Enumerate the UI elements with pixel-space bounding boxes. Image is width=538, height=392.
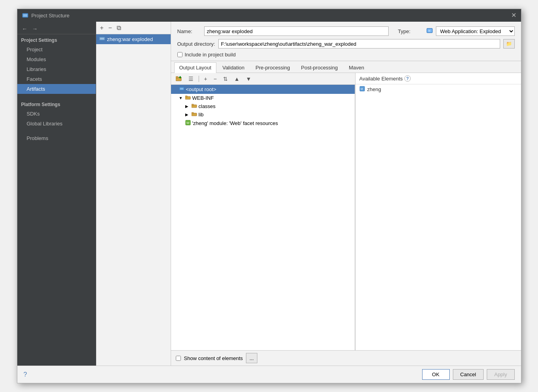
tab-pre-processing[interactable]: Pre-processing: [250, 62, 295, 73]
svg-rect-3: [100, 38, 104, 39]
nav-toolbar: ← →: [17, 23, 96, 34]
tree-item-output-root[interactable]: <output root>: [171, 85, 355, 94]
toolbar-separator: [199, 76, 199, 82]
back-button[interactable]: ←: [20, 25, 29, 33]
name-input[interactable]: [204, 26, 389, 36]
tree-item-web-inf[interactable]: ▼ WEB-INF: [171, 94, 355, 102]
show-content-checkbox[interactable]: [176, 356, 181, 361]
move-down-button[interactable]: ▼: [244, 75, 254, 83]
sidebar-item-sdks-label: SDKs: [27, 111, 40, 117]
available-item-zheng[interactable]: M zheng: [356, 84, 521, 94]
sidebar-item-project[interactable]: Project: [17, 45, 96, 54]
show-list-button[interactable]: ☰: [186, 75, 196, 83]
resource-icon: W: [185, 120, 191, 127]
tab-maven[interactable]: Maven: [344, 62, 369, 73]
add-icon: +: [100, 24, 104, 31]
up-arrow-icon: ▲: [234, 76, 240, 82]
artifact-add-button[interactable]: +: [99, 24, 105, 32]
sidebar-item-libraries[interactable]: Libraries: [17, 64, 96, 74]
sidebar-item-libraries-label: Libraries: [27, 66, 47, 72]
artifact-toolbar: + − ⧉: [96, 22, 171, 34]
output-root-icon: [179, 86, 184, 93]
folder-icon: [192, 112, 197, 118]
tree-item-lib[interactable]: ▶ lib: [171, 110, 355, 119]
main-split: ☰ + − ⇅ ▲: [171, 73, 521, 350]
apply-button[interactable]: Apply: [487, 369, 515, 380]
available-elements-label: Available Elements: [359, 76, 403, 82]
project-structure-dialog: Project Structure ✕ ← → Project Settings…: [17, 9, 521, 383]
type-select[interactable]: Web Application: Exploded: [436, 26, 515, 36]
list-icon: ☰: [188, 76, 194, 82]
layout-add-button[interactable]: +: [202, 75, 210, 83]
tree-item-output-root-label: <output root>: [186, 86, 216, 92]
close-button[interactable]: ✕: [511, 12, 516, 19]
artifact-remove-button[interactable]: −: [107, 24, 114, 32]
tree-item-zheng-resources[interactable]: W 'zheng' module: 'Web' facet resources: [171, 119, 355, 128]
create-dir-icon: [176, 76, 182, 82]
available-help-icon[interactable]: ?: [404, 75, 411, 82]
tabs-bar: Output Layout Validation Pre-processing …: [171, 61, 521, 73]
module-icon: M: [359, 86, 365, 93]
svg-rect-8: [176, 77, 178, 78]
expand-chevron: ▶: [185, 104, 190, 108]
artifact-item-label: zheng:war exploded: [107, 36, 153, 42]
sidebar-item-sdks[interactable]: SDKs: [17, 109, 96, 119]
svg-text:M: M: [361, 88, 363, 90]
sidebar-item-facets-label: Facets: [27, 76, 42, 82]
include-in-build-label: Include in project build: [185, 52, 236, 58]
tab-output-layout[interactable]: Output Layout: [174, 62, 217, 73]
layout-add-icon: +: [204, 76, 207, 82]
svg-text:W: W: [186, 121, 190, 125]
sort-button[interactable]: ⇅: [221, 75, 230, 83]
svg-rect-18: [192, 112, 194, 114]
sidebar-item-problems-label: Problems: [27, 135, 48, 141]
svg-rect-1: [23, 14, 27, 17]
browse-dir-button[interactable]: 📁: [503, 39, 515, 49]
folder-icon: [192, 103, 197, 109]
help-button[interactable]: ?: [24, 371, 27, 378]
svg-rect-12: [180, 88, 183, 90]
project-settings-label: Project Settings: [17, 34, 96, 45]
sidebar-item-global-libraries[interactable]: Global Libraries: [17, 119, 96, 129]
sidebar-item-modules[interactable]: Modules: [17, 54, 96, 64]
dialog-footer: ? OK Cancel Apply: [17, 366, 521, 383]
dialog-title: Project Structure: [32, 13, 70, 19]
tab-post-processing[interactable]: Post-processing: [296, 62, 343, 73]
artifact-list-area: + − ⧉ zheng:war exploded: [96, 22, 171, 366]
artifact-list-item[interactable]: zheng:war exploded: [96, 34, 171, 44]
tree-item-zheng-resources-label: 'zheng' module: 'Web' facet resources: [192, 120, 278, 126]
folder-browse-icon: 📁: [506, 41, 512, 47]
sidebar-item-artifacts[interactable]: Artifacts: [17, 84, 96, 94]
more-options-button[interactable]: ...: [246, 353, 257, 363]
layout-remove-icon: −: [214, 76, 217, 82]
available-item-zheng-label: zheng: [367, 86, 381, 92]
dialog-icon: [22, 12, 28, 19]
layout-remove-button[interactable]: −: [211, 75, 219, 83]
svg-rect-14: [185, 96, 187, 97]
ok-button[interactable]: OK: [422, 369, 450, 380]
sidebar-item-problems[interactable]: Problems: [17, 133, 96, 143]
layout-toolbar: ☰ + − ⇅ ▲: [171, 73, 355, 85]
down-arrow-icon: ▼: [246, 76, 251, 82]
cancel-button[interactable]: Cancel: [453, 369, 484, 380]
create-dir-button[interactable]: [173, 75, 184, 83]
move-up-button[interactable]: ▲: [232, 75, 242, 83]
expand-chevron: ▶: [185, 112, 190, 117]
tree-item-classes-label: classes: [199, 103, 216, 109]
include-in-build-checkbox[interactable]: [177, 52, 182, 57]
artifact-copy-button[interactable]: ⧉: [115, 24, 123, 32]
sidebar-item-facets[interactable]: Facets: [17, 74, 96, 84]
forward-button[interactable]: →: [31, 25, 39, 33]
output-dir-input[interactable]: [218, 39, 500, 49]
sidebar-item-global-libraries-label: Global Libraries: [27, 121, 63, 127]
output-layout-tree[interactable]: <output root> ▼ WEB-INF ▶: [171, 85, 355, 350]
title-bar: Project Structure ✕: [17, 9, 521, 22]
tree-item-lib-label: lib: [199, 112, 204, 118]
tree-item-classes[interactable]: ▶ classes: [171, 102, 355, 110]
svg-rect-16: [192, 104, 194, 106]
artifact-item-icon: [99, 36, 105, 42]
tree-item-web-inf-label: WEB-INF: [192, 95, 214, 101]
available-elements-header: Available Elements ?: [356, 73, 521, 84]
content-area: Name: document.querySelector('[data-name…: [171, 22, 521, 366]
tab-validation[interactable]: Validation: [217, 62, 249, 73]
